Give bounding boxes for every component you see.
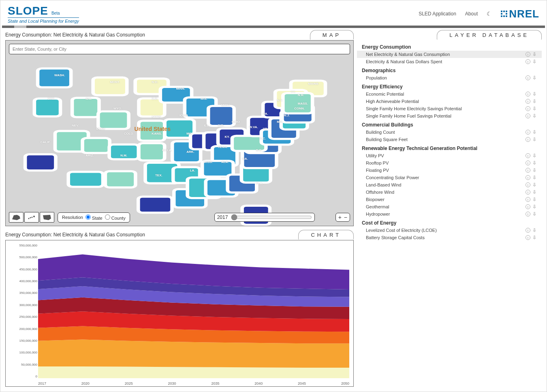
download-icon[interactable]: ⇩ [532,106,537,111]
db-item[interactable]: Net Electricity & Natural Gas Consumptio… [357,51,542,58]
chart-tab[interactable]: CHART [298,230,354,240]
download-icon[interactable]: ⇩ [532,197,537,202]
download-icon[interactable]: ⇩ [532,153,537,158]
info-icon[interactable]: i [526,197,530,202]
continental-us-button[interactable] [40,212,54,223]
db-item[interactable]: Utility PVi⇩ [357,152,542,159]
download-icon[interactable]: ⇩ [532,182,537,187]
info-icon[interactable]: i [526,59,530,64]
info-icon[interactable]: i [526,168,530,173]
state-ariz[interactable] [68,172,103,187]
resolution-county[interactable]: County [105,214,126,221]
info-icon[interactable]: i [526,235,530,240]
year-slider[interactable] [231,214,312,221]
download-icon[interactable]: ⇩ [532,137,537,142]
state-wyo[interactable] [98,111,128,129]
zoom-in-button[interactable]: + [338,214,342,221]
download-icon[interactable]: ⇩ [532,75,537,80]
sled-link[interactable]: SLED Application [419,11,456,17]
state-ida[interactable] [72,98,99,117]
info-icon[interactable]: i [526,130,530,135]
state-wash[interactable] [38,69,71,88]
info-icon[interactable]: i [526,175,530,180]
info-icon[interactable]: i [526,106,530,111]
resolution-state[interactable]: State [85,214,103,221]
state-kans[interactable] [139,143,165,161]
download-icon[interactable]: ⇩ [532,130,537,135]
db-item[interactable]: Building Counti⇩ [357,129,542,136]
state-calif[interactable] [25,154,56,171]
db-item[interactable]: Single Family Home Electricity Savings P… [357,105,542,112]
hawaii-button[interactable] [24,212,39,223]
state-nebr[interactable] [139,121,165,141]
download-icon[interactable]: ⇩ [532,114,537,118]
info-icon[interactable]: i [526,137,530,142]
info-icon[interactable]: i [526,182,530,187]
download-icon[interactable]: ⇩ [532,168,537,173]
download-icon[interactable]: ⇩ [532,212,537,216]
db-item-label: Rooftop PV [366,161,389,165]
state-nm[interactable] [105,171,136,187]
info-icon[interactable]: i [526,92,530,96]
alaska-button[interactable] [9,212,24,223]
state-mont[interactable] [93,77,127,95]
map-canvas[interactable]: Enter State, County, or City United Stat… [5,40,354,226]
layer-database-tab[interactable]: LAYER DATABASE [437,30,542,40]
download-icon[interactable]: ⇩ [532,228,537,233]
download-icon[interactable]: ⇩ [532,161,537,165]
nrel-logo[interactable]: NREL [501,8,539,20]
info-icon[interactable]: i [526,114,530,118]
about-link[interactable]: About [465,11,478,17]
map-tab[interactable]: MAP [310,30,354,40]
db-item[interactable]: Building Square Feeti⇩ [357,136,542,143]
info-icon[interactable]: i [526,228,530,233]
db-item[interactable]: Floating PVi⇩ [357,167,542,174]
info-icon[interactable]: i [526,153,530,158]
state-colo[interactable] [109,144,139,159]
db-section-header: Cost of Energy [357,218,542,227]
state-mich[interactable] [208,106,234,126]
info-icon[interactable]: i [526,212,530,216]
db-item[interactable]: Battery Storage Capital Costsi⇩ [357,234,542,241]
download-icon[interactable]: ⇩ [532,175,537,180]
state-utah[interactable] [83,138,110,153]
db-item[interactable]: Biopoweri⇩ [357,196,542,203]
download-icon[interactable]: ⇩ [532,99,537,104]
db-item[interactable]: Hydropoweri⇩ [357,210,542,218]
search-input[interactable]: Enter State, County, or City [9,44,350,54]
db-item[interactable]: Offshore Windi⇩ [357,189,542,196]
info-icon[interactable]: i [526,99,530,104]
download-icon[interactable]: ⇩ [532,204,537,209]
info-icon[interactable]: i [526,190,530,195]
db-item[interactable]: Levelized Cost of Electricity (LCOE)i⇩ [357,227,542,234]
layer-database-list: Energy ConsumptionNet Electricity & Natu… [357,40,542,387]
chart-x-axis: 20172020202520302035204020452050 [38,381,349,386]
zoom-out-button[interactable]: − [344,214,347,221]
state-ore[interactable] [34,99,60,116]
state-nh[interactable] [283,93,312,114]
info-icon[interactable]: i [526,204,530,209]
dark-mode-icon[interactable]: ☾ [487,11,492,17]
info-icon[interactable]: i [526,52,530,57]
db-item[interactable]: Populationi⇩ [357,74,542,81]
db-item[interactable]: Single Family Home Fuel Savings Potentia… [357,112,542,120]
db-item-label: Battery Storage Capital Costs [366,235,425,240]
download-icon[interactable]: ⇩ [532,52,537,57]
db-item-label: Population [366,75,387,80]
download-icon[interactable]: ⇩ [532,59,537,64]
db-item[interactable]: High Achieveable Potentiali⇩ [357,98,542,105]
db-item[interactable]: Electricity & Natural Gas Dollars Spenti… [357,58,542,65]
db-item[interactable]: Rooftop PVi⇩ [357,159,542,167]
db-item[interactable]: Concentrating Solar Poweri⇩ [357,174,542,181]
db-item[interactable]: Economic Potentiali⇩ [357,90,542,98]
info-icon[interactable]: i [526,161,530,165]
db-item[interactable]: Land-Based Windi⇩ [357,181,542,189]
db-item-label: Biopower [366,197,385,202]
db-item[interactable]: Geothermali⇩ [357,203,542,210]
svg-point-1 [30,217,31,218]
info-icon[interactable]: i [526,75,530,80]
download-icon[interactable]: ⇩ [532,190,537,195]
state-tex[interactable] [138,197,172,212]
download-icon[interactable]: ⇩ [532,92,537,96]
download-icon[interactable]: ⇩ [532,235,537,240]
